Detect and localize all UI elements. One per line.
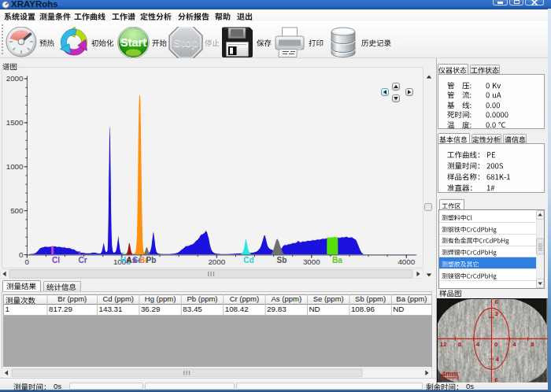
svg-text:4mm: 4mm: [442, 369, 458, 377]
svg-text:0: 0: [494, 340, 498, 347]
svg-text:6: 6: [495, 298, 499, 305]
svg-text:4: 4: [496, 356, 500, 363]
svg-text:4: 4: [512, 340, 516, 347]
svg-text:8: 8: [531, 340, 534, 347]
svg-text:6: 6: [495, 376, 499, 383]
svg-text:8: 8: [458, 340, 462, 347]
svg-text:4: 4: [476, 340, 480, 347]
svg-text:12: 12: [440, 340, 447, 347]
svg-text:3: 3: [495, 309, 499, 316]
